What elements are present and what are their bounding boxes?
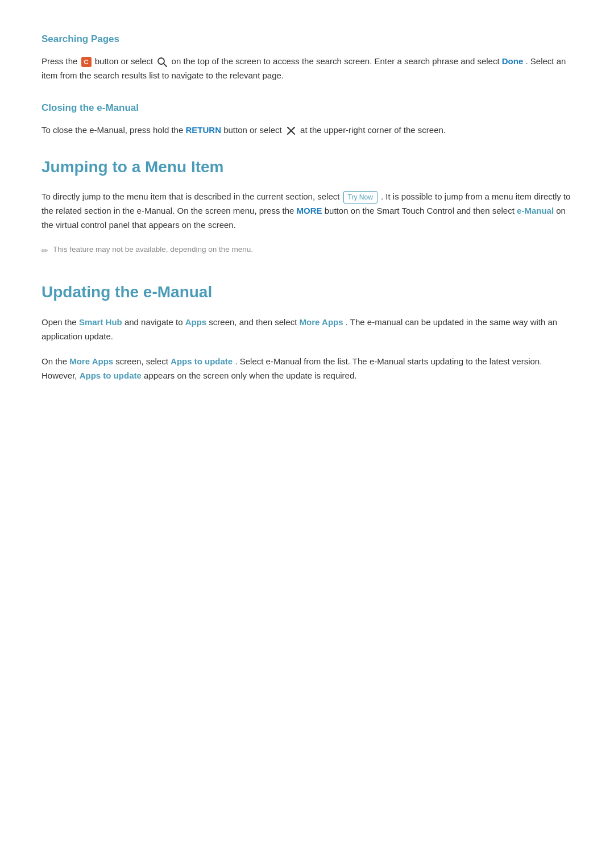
try-now-badge[interactable]: Try Now xyxy=(343,191,377,203)
update-between-smarthub-apps: and navigate to xyxy=(125,317,185,327)
more-label: MORE xyxy=(297,206,322,215)
c-button-icon: C xyxy=(81,57,92,67)
apps-label: Apps xyxy=(185,317,207,327)
page-container: Searching Pages Press the C button or se… xyxy=(0,0,614,440)
emanual-label: e-Manual xyxy=(517,206,554,215)
return-label: RETURN xyxy=(185,125,221,135)
closing-emanual-section: Closing the e-Manual To close the e-Manu… xyxy=(42,100,572,138)
smarthub-label: Smart Hub xyxy=(79,317,122,327)
update-between-apps-moreapps: screen, and then select xyxy=(209,317,299,327)
updating-emanual-paragraph1: Open the Smart Hub and navigate to Apps … xyxy=(42,315,572,344)
note-row: ✏ This feature may not be available, dep… xyxy=(42,244,572,257)
closing-between-return-x: button or select xyxy=(223,125,284,135)
moreapps-label-2: More Apps xyxy=(69,356,113,366)
note-text: This feature may not be available, depen… xyxy=(53,244,253,255)
moreapps-label: More Apps xyxy=(300,317,343,327)
update-before-smarthub: Open the xyxy=(42,317,79,327)
apps-to-update-label: Apps to update xyxy=(171,356,233,366)
searching-pages-section: Searching Pages Press the C button or se… xyxy=(42,31,572,83)
closing-emanual-heading: Closing the e-Manual xyxy=(42,100,572,115)
closing-after-x: at the upper-right corner of the screen. xyxy=(300,125,446,135)
jumping-menu-paragraph: To directly jump to the menu item that i… xyxy=(42,190,572,232)
svg-point-0 xyxy=(158,58,164,64)
jump-between-more-emanual: button on the Smart Touch Control and th… xyxy=(325,206,517,215)
svg-line-1 xyxy=(164,64,167,67)
updating-emanual-section: Updating the e-Manual Open the Smart Hub… xyxy=(42,280,572,383)
jumping-menu-section: Jumping to a Menu Item To directly jump … xyxy=(42,155,572,257)
closing-before-return: To close the e-Manual, press hold the xyxy=(42,125,185,135)
x-close-icon xyxy=(285,125,297,136)
update2-after-appstoupdate2: appears on the screen only when the upda… xyxy=(144,371,356,380)
search-intro-before-c: Press the xyxy=(42,56,80,66)
updating-emanual-paragraph2: On the More Apps screen, select Apps to … xyxy=(42,355,572,383)
search-intro-between-search-rest: on the top of the screen to access the s… xyxy=(172,56,502,66)
update2-before-moreapps: On the xyxy=(42,356,69,366)
searching-pages-heading: Searching Pages xyxy=(42,31,572,47)
done-label: Done xyxy=(502,56,524,66)
note-pencil-icon: ✏ xyxy=(42,244,48,257)
jumping-menu-heading: Jumping to a Menu Item xyxy=(42,155,572,180)
searching-pages-paragraph: Press the C button or select on the top … xyxy=(42,55,572,83)
search-intro-between-c-search: button or select xyxy=(95,56,156,66)
closing-emanual-paragraph: To close the e-Manual, press hold the RE… xyxy=(42,123,572,138)
jump-before-trynow: To directly jump to the menu item that i… xyxy=(42,192,342,201)
apps-to-update-label-2: Apps to update xyxy=(80,371,142,380)
update2-between-moreapps-appstoupdate: screen, select xyxy=(115,356,171,366)
search-icon xyxy=(156,56,168,68)
updating-emanual-heading: Updating the e-Manual xyxy=(42,280,572,305)
